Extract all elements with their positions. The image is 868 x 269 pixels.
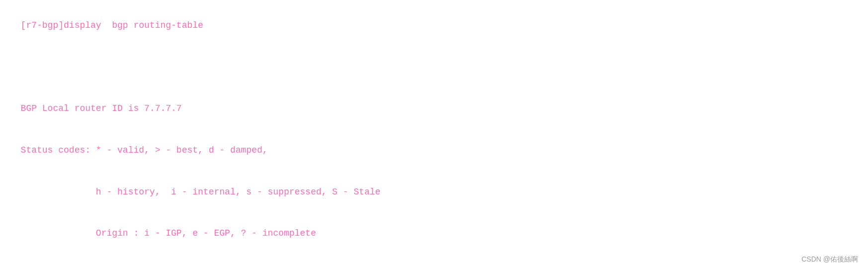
terminal-line-5: h - history, i - internal, s - suppresse… (21, 187, 381, 197)
terminal-line-3: BGP Local router ID is 7.7.7.7 (21, 103, 182, 113)
terminal-line-6: Origin : i - IGP, e - EGP, ? - incomplet… (21, 228, 316, 238)
terminal-line-4: Status codes: * - valid, > - best, d - d… (21, 145, 268, 155)
watermark-text: CSDN @佑後絲啊 (801, 255, 858, 264)
terminal-line-1: [r7-bgp]display bgp routing-table (21, 20, 203, 30)
terminal-output: [r7-bgp]display bgp routing-table BGP Lo… (10, 5, 858, 269)
